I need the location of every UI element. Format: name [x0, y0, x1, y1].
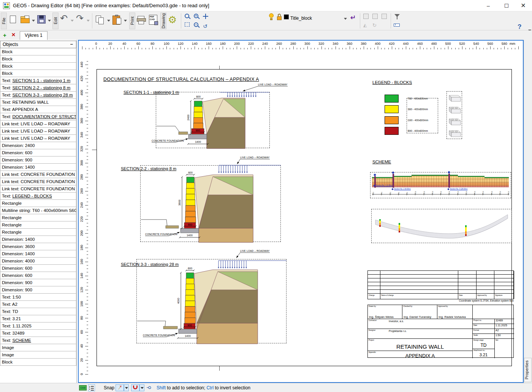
objects-list-item[interactable]: Text: 3.21	[0, 315, 76, 322]
object-list-icon[interactable]	[88, 384, 95, 391]
wall-block-yellow[interactable]	[185, 301, 195, 307]
dim-base-width[interactable]: 900	[187, 324, 192, 327]
redo-button[interactable]: ↷	[76, 14, 84, 22]
dim-base-width[interactable]: 900	[188, 223, 192, 226]
properties-tab[interactable]: Properties	[524, 358, 532, 382]
objects-list-item[interactable]: Text: TD	[0, 308, 76, 315]
scheme-marker-label[interactable]: Section No. 1 (1.00m)	[376, 185, 393, 187]
objects-list-item[interactable]: Dimension: 1400	[0, 164, 76, 171]
collapse-panel-button[interactable]: –	[70, 41, 73, 47]
legend-entry-label[interactable]: S60 - 400x600mm	[408, 108, 428, 111]
objects-list-item[interactable]: Dimension: 900	[0, 279, 76, 286]
objects-list-item[interactable]: Link text: LIVE LOAD – ROADWAY	[0, 120, 76, 128]
export-pdf-cad-button[interactable]: PDF CAD	[149, 15, 157, 25]
dim-wall-height[interactable]: 3600	[178, 200, 181, 206]
objects-list-item[interactable]: Dimension: 1400	[0, 236, 76, 243]
print-button[interactable]	[137, 16, 146, 24]
dim-base-width[interactable]: 900	[196, 129, 200, 132]
copy-format-button[interactable]	[363, 14, 369, 19]
dim-foundation-width[interactable]: 1400	[185, 335, 191, 337]
objects-list-item[interactable]: Text: 32489	[0, 330, 76, 337]
add-sheet-button[interactable]: +	[3, 32, 6, 38]
objects-list-item[interactable]: Text: SECTION 3-3 - stationing 28 m	[0, 92, 76, 99]
concrete-foundation-label[interactable]: CONCRETE FOUNDATION	[152, 139, 184, 142]
objects-list-item[interactable]: Block	[0, 48, 76, 55]
section-label[interactable]: SECTION 1-1 - stationing 1 m	[124, 90, 179, 95]
file-menu[interactable]: File	[1, 13, 7, 29]
zoom-in-button[interactable]: +	[194, 14, 198, 18]
wall-block-yellow[interactable]	[186, 194, 195, 200]
wall-block-yellow[interactable]	[185, 295, 195, 301]
dim-top-width[interactable]: 600	[196, 95, 201, 98]
wall-block-green[interactable]	[194, 101, 202, 107]
copy-button[interactable]	[96, 16, 104, 25]
objects-list-item[interactable]: Text: A2	[0, 301, 76, 308]
layer-color-swatch[interactable]	[284, 14, 289, 19]
legend-3d-block[interactable]	[448, 129, 461, 138]
ground-level-bar[interactable]	[166, 226, 179, 228]
layer-selector[interactable]: Title_block	[290, 16, 312, 21]
zoom-previous-button[interactable]: ↺	[203, 22, 207, 30]
dim-wall-height[interactable]: 4000	[177, 298, 180, 304]
concrete-foundation[interactable]	[179, 329, 197, 334]
wall-block-yellow[interactable]	[186, 289, 195, 295]
concrete-foundation[interactable]	[180, 228, 199, 233]
objects-list-item[interactable]: Link text: CONCRETE FOUNDATION	[0, 171, 76, 178]
dim-foundation-width[interactable]: 1400	[195, 141, 201, 143]
paste-button[interactable]	[112, 16, 120, 25]
wall-block-green[interactable]	[186, 273, 194, 278]
minimize-button[interactable]: –	[482, 2, 495, 10]
help-icon[interactable]: ?	[518, 23, 521, 31]
section-2-drawing[interactable]: 60036009001400SECTION 2-2 - stationing 8…	[140, 165, 281, 242]
objects-list-item[interactable]: Block	[0, 70, 76, 77]
wall-block-yellow[interactable]	[186, 278, 194, 284]
undo-button[interactable]: ↶	[60, 14, 68, 22]
print-menu[interactable]: Print	[129, 13, 135, 29]
objects-list-item[interactable]: Text: LEGEND - BLOCKS	[0, 193, 76, 200]
objects-list-item[interactable]: Text: APPENDIX A	[0, 106, 76, 113]
cad-mode-icon[interactable]: CAD	[79, 385, 87, 390]
objects-list-item[interactable]: Link text: CONCRETE FOUNDATION	[0, 185, 76, 193]
objects-list-item[interactable]: Dimension: 600	[0, 149, 76, 156]
objects-list-item[interactable]: Rectangle	[0, 200, 76, 207]
objects-list-item[interactable]: Text: SECTION 2-2 - stationing 8 m	[0, 84, 76, 92]
legend-3d-block[interactable]	[448, 117, 461, 126]
drawing-menu[interactable]: Drawing	[160, 13, 166, 29]
wall-block-orange[interactable]	[193, 123, 203, 129]
maximize-button[interactable]: ☐	[500, 2, 513, 10]
filter-button[interactable]	[394, 14, 400, 19]
objects-list-item[interactable]: Rectangle	[0, 221, 76, 229]
objects-list-item[interactable]: Text: SCHEME	[0, 337, 76, 344]
layer-lock-button[interactable]	[277, 14, 282, 20]
concrete-foundation[interactable]	[188, 134, 207, 139]
objects-list-item[interactable]: Dimension: 600	[0, 272, 76, 279]
save-dropdown[interactable]	[48, 20, 51, 22]
objects-list-item[interactable]: Text: SECTION 1-1 - stationing 1 m	[0, 77, 76, 84]
snap-magnet-button[interactable]	[131, 384, 139, 391]
close-button[interactable]: ✕	[517, 2, 530, 10]
wall-3d-view[interactable]	[371, 209, 512, 243]
objects-list-item[interactable]: Link text: LIVE LOAD – ROADWAY	[0, 128, 76, 135]
apply-format-button[interactable]	[372, 14, 378, 19]
objects-list-item[interactable]: Dimension: 600	[0, 265, 76, 272]
section-label[interactable]: SECTION 2-2 - stationing 8 m	[121, 166, 176, 171]
wall-block-yellow[interactable]	[186, 284, 194, 290]
objects-list-item[interactable]: Rectangle	[0, 214, 76, 221]
copy-object-button[interactable]	[382, 14, 387, 19]
wall-block-yellow[interactable]	[194, 112, 203, 118]
open-button[interactable]	[21, 16, 30, 23]
wall-block-orange[interactable]	[185, 217, 196, 223]
objects-list-item[interactable]: Dimension: 3600	[0, 243, 76, 250]
scheme-section-marker[interactable]	[448, 174, 450, 188]
dim-top-width[interactable]: 600	[188, 171, 193, 174]
concrete-foundation-label[interactable]: CONCRETE FOUNDATION	[145, 233, 177, 236]
objects-list-item[interactable]: Dimension: 4000	[0, 258, 76, 265]
measure-button[interactable]	[394, 24, 400, 27]
wall-block-orange[interactable]	[185, 318, 196, 323]
wall-block-green[interactable]	[187, 177, 194, 183]
legend-title[interactable]: LEGEND - BLOCKS	[372, 80, 412, 85]
objects-list-item[interactable]: Multiline string: T60 - 400x600mm S60 - …	[0, 207, 76, 214]
wall-block-orange[interactable]	[194, 118, 203, 123]
open-dropdown[interactable]	[32, 20, 35, 22]
scheme-elevation[interactable]: Section No. 1 (1.00m)Section No. 2 (8.00…	[370, 172, 511, 198]
